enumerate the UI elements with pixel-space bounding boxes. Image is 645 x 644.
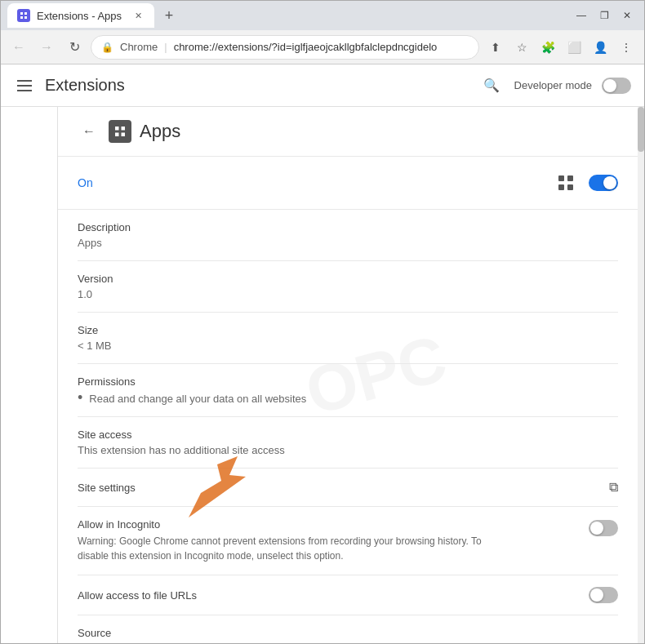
- extension-enable-toggle[interactable]: [589, 175, 618, 191]
- title-bar: Extensions - Apps ✕ + — ❐ ✕: [1, 1, 644, 30]
- sidebar: [1, 107, 58, 643]
- tab-close-button[interactable]: ✕: [131, 9, 145, 22]
- info-sections: Description Apps Version 1.0 Size < 1 MB: [58, 210, 638, 643]
- incognito-text: Allow in Incognito Warning: Google Chrom…: [78, 518, 579, 563]
- back-to-extensions-button[interactable]: ←: [78, 120, 100, 143]
- hamburger-line-1: [17, 80, 32, 82]
- source-row: Source Not from Chrome Web Store.: [78, 615, 618, 643]
- content-area: OPC ← Apps On: [1, 107, 644, 643]
- description-label: Description: [78, 221, 618, 233]
- site-settings-row[interactable]: Site settings ⧉: [78, 469, 618, 507]
- version-value: 1.0: [78, 288, 618, 300]
- svg-rect-2: [567, 175, 573, 181]
- scrollbar-thumb[interactable]: [638, 107, 644, 152]
- description-row: Description Apps: [78, 210, 618, 261]
- url-separator: |: [164, 41, 167, 53]
- bookmark-button[interactable]: ☆: [510, 36, 533, 59]
- security-icon: 🔒: [101, 42, 113, 53]
- site-settings-label: Site settings: [78, 482, 609, 494]
- navigation-bar: ← → ↻ 🔒 Chrome | chrome://extensions/?id…: [1, 30, 644, 64]
- profile-button[interactable]: 👤: [589, 36, 612, 59]
- sidebar-button[interactable]: ⬜: [563, 36, 585, 59]
- tab-title: Extensions - Apps: [37, 10, 122, 22]
- close-button[interactable]: ✕: [616, 7, 638, 24]
- window-controls: — ❐ ✕: [571, 7, 638, 24]
- external-link-icon: ⧉: [609, 480, 618, 495]
- grid-view-icon[interactable]: [553, 170, 579, 196]
- permissions-row: Permissions • Read and change all your d…: [78, 364, 618, 417]
- size-value: < 1 MB: [78, 340, 618, 352]
- description-value: Apps: [78, 237, 618, 249]
- file-access-toggle-knob: [590, 588, 603, 602]
- nav-actions: ⬆ ☆ 🧩 ⬜ 👤 ⋮: [484, 36, 638, 59]
- toggle-knob: [603, 79, 616, 92]
- extension-toggle-knob: [603, 176, 616, 189]
- status-label: On: [78, 176, 553, 189]
- extension-detail: ← Apps On: [58, 107, 638, 643]
- maximize-button[interactable]: ❐: [594, 7, 615, 24]
- dev-mode-toggle[interactable]: [602, 78, 631, 94]
- site-access-value: This extension has no additional site ac…: [78, 444, 618, 456]
- version-row: Version 1.0: [78, 261, 618, 313]
- hamburger-menu[interactable]: [14, 77, 35, 95]
- incognito-toggle[interactable]: [589, 520, 618, 536]
- svg-rect-1: [558, 175, 564, 181]
- extension-app-icon: [109, 120, 131, 143]
- back-button[interactable]: ←: [7, 36, 30, 59]
- site-access-label: Site access: [78, 429, 618, 441]
- detail-header: ← Apps: [58, 107, 638, 157]
- browser-tab[interactable]: Extensions - Apps ✕: [7, 3, 154, 28]
- hamburger-line-2: [17, 85, 32, 87]
- address-bar[interactable]: 🔒 Chrome | chrome://extensions/?id=iglfj…: [91, 35, 479, 60]
- toggle-on-row: On: [58, 157, 638, 210]
- menu-button[interactable]: ⋮: [615, 36, 638, 59]
- search-button[interactable]: 🔍: [478, 73, 505, 99]
- reload-button[interactable]: ↻: [63, 36, 86, 59]
- main-content: OPC ← Apps On: [58, 107, 638, 643]
- file-access-text: Allow access to file URLs: [78, 589, 579, 602]
- incognito-title: Allow in Incognito: [78, 518, 579, 531]
- scrollbar-track[interactable]: [638, 107, 644, 643]
- browser-name-label: Chrome: [120, 41, 158, 53]
- extensions-title: Extensions: [45, 76, 469, 95]
- file-access-label: Allow access to file URLs: [78, 589, 579, 602]
- minimize-button[interactable]: —: [571, 7, 592, 24]
- source-label: Source: [78, 627, 618, 639]
- size-row: Size < 1 MB: [78, 313, 618, 364]
- file-access-row: Allow access to file URLs: [78, 575, 618, 615]
- file-access-toggle[interactable]: [589, 587, 618, 603]
- bullet-icon: •: [78, 390, 82, 405]
- extensions-button[interactable]: 🧩: [536, 36, 559, 59]
- hamburger-line-3: [17, 90, 32, 91]
- permissions-label: Permissions: [78, 375, 618, 388]
- dev-mode-label: Developer mode: [514, 79, 592, 91]
- extensions-header: Extensions 🔍 Developer mode: [1, 64, 644, 107]
- svg-rect-3: [558, 184, 564, 190]
- incognito-desc: Warning: Google Chrome cannot prevent ex…: [78, 534, 502, 563]
- incognito-row: Allow in Incognito Warning: Google Chrom…: [78, 507, 618, 575]
- permission-text: Read and change all your data on all web…: [89, 393, 306, 405]
- new-tab-button[interactable]: +: [158, 4, 180, 27]
- source-value: Not from Chrome Web Store.: [78, 642, 618, 643]
- forward-button[interactable]: →: [35, 36, 58, 59]
- url-text: chrome://extensions/?id=iglfjaeojcakllgb…: [174, 41, 438, 53]
- extension-name: Apps: [140, 121, 180, 142]
- site-access-row: Site access This extension has no additi…: [78, 417, 618, 469]
- browser-window: Extensions - Apps ✕ + — ❐ ✕ ← → ↻ 🔒 Chro…: [0, 0, 645, 644]
- tab-extension-icon: [17, 9, 30, 22]
- svg-rect-4: [567, 184, 573, 190]
- version-label: Version: [78, 273, 618, 285]
- share-button[interactable]: ⬆: [484, 36, 507, 59]
- incognito-toggle-knob: [590, 522, 603, 535]
- permission-item: • Read and change all your data on all w…: [78, 393, 618, 405]
- size-label: Size: [78, 324, 618, 336]
